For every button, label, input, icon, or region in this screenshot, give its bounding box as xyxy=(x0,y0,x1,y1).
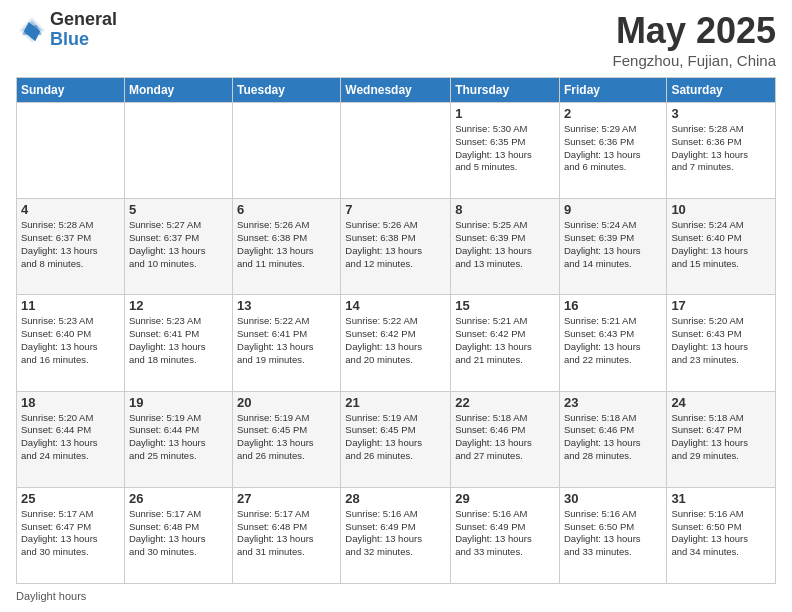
footer: Daylight hours xyxy=(16,590,776,602)
day-info: Sunrise: 5:26 AMSunset: 6:38 PMDaylight:… xyxy=(237,219,336,270)
day-number: 26 xyxy=(129,491,228,506)
header: General Blue May 2025 Fengzhou, Fujian, … xyxy=(16,10,776,69)
calendar-cell: 2Sunrise: 5:29 AMSunset: 6:36 PMDaylight… xyxy=(559,103,666,199)
day-info: Sunrise: 5:28 AMSunset: 6:36 PMDaylight:… xyxy=(671,123,771,174)
day-number: 22 xyxy=(455,395,555,410)
day-info: Sunrise: 5:29 AMSunset: 6:36 PMDaylight:… xyxy=(564,123,662,174)
day-info: Sunrise: 5:25 AMSunset: 6:39 PMDaylight:… xyxy=(455,219,555,270)
day-number: 1 xyxy=(455,106,555,121)
day-number: 25 xyxy=(21,491,120,506)
calendar-cell: 13Sunrise: 5:22 AMSunset: 6:41 PMDayligh… xyxy=(233,295,341,391)
day-info: Sunrise: 5:16 AMSunset: 6:50 PMDaylight:… xyxy=(564,508,662,559)
calendar-cell: 11Sunrise: 5:23 AMSunset: 6:40 PMDayligh… xyxy=(17,295,125,391)
calendar-cell: 27Sunrise: 5:17 AMSunset: 6:48 PMDayligh… xyxy=(233,487,341,583)
calendar-cell: 5Sunrise: 5:27 AMSunset: 6:37 PMDaylight… xyxy=(124,199,232,295)
day-info: Sunrise: 5:16 AMSunset: 6:50 PMDaylight:… xyxy=(671,508,771,559)
day-number: 16 xyxy=(564,298,662,313)
day-info: Sunrise: 5:23 AMSunset: 6:41 PMDaylight:… xyxy=(129,315,228,366)
calendar-cell xyxy=(17,103,125,199)
calendar-cell: 30Sunrise: 5:16 AMSunset: 6:50 PMDayligh… xyxy=(559,487,666,583)
day-info: Sunrise: 5:22 AMSunset: 6:41 PMDaylight:… xyxy=(237,315,336,366)
day-number: 30 xyxy=(564,491,662,506)
logo-general-text: General xyxy=(50,10,117,30)
title-month: May 2025 xyxy=(613,10,776,52)
day-number: 29 xyxy=(455,491,555,506)
calendar-cell xyxy=(341,103,451,199)
calendar-cell xyxy=(124,103,232,199)
calendar-cell: 7Sunrise: 5:26 AMSunset: 6:38 PMDaylight… xyxy=(341,199,451,295)
day-info: Sunrise: 5:19 AMSunset: 6:44 PMDaylight:… xyxy=(129,412,228,463)
day-info: Sunrise: 5:24 AMSunset: 6:40 PMDaylight:… xyxy=(671,219,771,270)
day-info: Sunrise: 5:21 AMSunset: 6:43 PMDaylight:… xyxy=(564,315,662,366)
day-info: Sunrise: 5:22 AMSunset: 6:42 PMDaylight:… xyxy=(345,315,446,366)
calendar-cell: 3Sunrise: 5:28 AMSunset: 6:36 PMDaylight… xyxy=(667,103,776,199)
day-info: Sunrise: 5:17 AMSunset: 6:47 PMDaylight:… xyxy=(21,508,120,559)
day-info: Sunrise: 5:20 AMSunset: 6:43 PMDaylight:… xyxy=(671,315,771,366)
calendar-cell: 6Sunrise: 5:26 AMSunset: 6:38 PMDaylight… xyxy=(233,199,341,295)
day-info: Sunrise: 5:27 AMSunset: 6:37 PMDaylight:… xyxy=(129,219,228,270)
calendar-cell: 14Sunrise: 5:22 AMSunset: 6:42 PMDayligh… xyxy=(341,295,451,391)
calendar-cell: 17Sunrise: 5:20 AMSunset: 6:43 PMDayligh… xyxy=(667,295,776,391)
day-info: Sunrise: 5:28 AMSunset: 6:37 PMDaylight:… xyxy=(21,219,120,270)
calendar-cell: 1Sunrise: 5:30 AMSunset: 6:35 PMDaylight… xyxy=(451,103,560,199)
day-number: 13 xyxy=(237,298,336,313)
day-info: Sunrise: 5:18 AMSunset: 6:46 PMDaylight:… xyxy=(564,412,662,463)
weekday-header-wednesday: Wednesday xyxy=(341,78,451,103)
calendar-cell: 25Sunrise: 5:17 AMSunset: 6:47 PMDayligh… xyxy=(17,487,125,583)
calendar-cell: 21Sunrise: 5:19 AMSunset: 6:45 PMDayligh… xyxy=(341,391,451,487)
day-info: Sunrise: 5:23 AMSunset: 6:40 PMDaylight:… xyxy=(21,315,120,366)
logo-blue-text: Blue xyxy=(50,30,117,50)
calendar-cell: 19Sunrise: 5:19 AMSunset: 6:44 PMDayligh… xyxy=(124,391,232,487)
calendar-week-row: 4Sunrise: 5:28 AMSunset: 6:37 PMDaylight… xyxy=(17,199,776,295)
calendar-week-row: 11Sunrise: 5:23 AMSunset: 6:40 PMDayligh… xyxy=(17,295,776,391)
day-info: Sunrise: 5:30 AMSunset: 6:35 PMDaylight:… xyxy=(455,123,555,174)
calendar-cell xyxy=(233,103,341,199)
day-number: 7 xyxy=(345,202,446,217)
day-info: Sunrise: 5:17 AMSunset: 6:48 PMDaylight:… xyxy=(129,508,228,559)
calendar-cell: 16Sunrise: 5:21 AMSunset: 6:43 PMDayligh… xyxy=(559,295,666,391)
day-number: 8 xyxy=(455,202,555,217)
day-number: 31 xyxy=(671,491,771,506)
calendar-table: SundayMondayTuesdayWednesdayThursdayFrid… xyxy=(16,77,776,584)
weekday-header-tuesday: Tuesday xyxy=(233,78,341,103)
day-number: 5 xyxy=(129,202,228,217)
day-info: Sunrise: 5:19 AMSunset: 6:45 PMDaylight:… xyxy=(237,412,336,463)
day-number: 14 xyxy=(345,298,446,313)
day-number: 15 xyxy=(455,298,555,313)
day-number: 9 xyxy=(564,202,662,217)
calendar-cell: 24Sunrise: 5:18 AMSunset: 6:47 PMDayligh… xyxy=(667,391,776,487)
day-number: 2 xyxy=(564,106,662,121)
calendar-cell: 22Sunrise: 5:18 AMSunset: 6:46 PMDayligh… xyxy=(451,391,560,487)
day-number: 12 xyxy=(129,298,228,313)
weekday-header-thursday: Thursday xyxy=(451,78,560,103)
calendar-cell: 8Sunrise: 5:25 AMSunset: 6:39 PMDaylight… xyxy=(451,199,560,295)
day-number: 11 xyxy=(21,298,120,313)
calendar-cell: 4Sunrise: 5:28 AMSunset: 6:37 PMDaylight… xyxy=(17,199,125,295)
calendar-cell: 15Sunrise: 5:21 AMSunset: 6:42 PMDayligh… xyxy=(451,295,560,391)
calendar-cell: 29Sunrise: 5:16 AMSunset: 6:49 PMDayligh… xyxy=(451,487,560,583)
day-info: Sunrise: 5:19 AMSunset: 6:45 PMDaylight:… xyxy=(345,412,446,463)
day-number: 4 xyxy=(21,202,120,217)
calendar-week-row: 1Sunrise: 5:30 AMSunset: 6:35 PMDaylight… xyxy=(17,103,776,199)
calendar-cell: 28Sunrise: 5:16 AMSunset: 6:49 PMDayligh… xyxy=(341,487,451,583)
calendar-cell: 31Sunrise: 5:16 AMSunset: 6:50 PMDayligh… xyxy=(667,487,776,583)
weekday-header-saturday: Saturday xyxy=(667,78,776,103)
page: General Blue May 2025 Fengzhou, Fujian, … xyxy=(0,0,792,612)
day-number: 6 xyxy=(237,202,336,217)
day-number: 23 xyxy=(564,395,662,410)
calendar-week-row: 18Sunrise: 5:20 AMSunset: 6:44 PMDayligh… xyxy=(17,391,776,487)
logo: General Blue xyxy=(16,10,117,50)
day-number: 20 xyxy=(237,395,336,410)
day-number: 10 xyxy=(671,202,771,217)
day-info: Sunrise: 5:18 AMSunset: 6:47 PMDaylight:… xyxy=(671,412,771,463)
calendar-week-row: 25Sunrise: 5:17 AMSunset: 6:47 PMDayligh… xyxy=(17,487,776,583)
day-number: 24 xyxy=(671,395,771,410)
day-info: Sunrise: 5:16 AMSunset: 6:49 PMDaylight:… xyxy=(455,508,555,559)
logo-text: General Blue xyxy=(50,10,117,50)
title-block: May 2025 Fengzhou, Fujian, China xyxy=(613,10,776,69)
weekday-header-sunday: Sunday xyxy=(17,78,125,103)
weekday-header-monday: Monday xyxy=(124,78,232,103)
day-info: Sunrise: 5:17 AMSunset: 6:48 PMDaylight:… xyxy=(237,508,336,559)
day-number: 3 xyxy=(671,106,771,121)
day-info: Sunrise: 5:24 AMSunset: 6:39 PMDaylight:… xyxy=(564,219,662,270)
